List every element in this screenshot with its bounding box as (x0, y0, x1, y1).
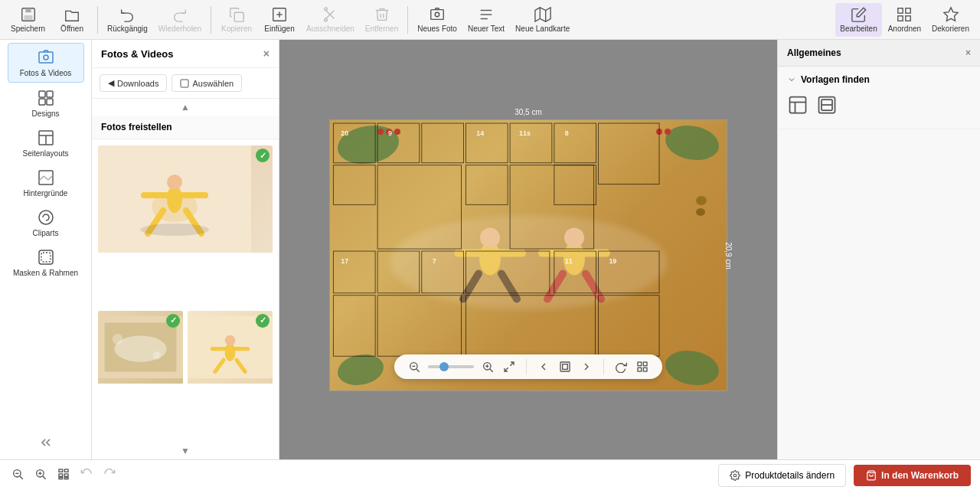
grid-layout-button[interactable] (55, 466, 72, 485)
canvas-toolbar (394, 354, 662, 379)
svg-text:7: 7 (433, 257, 436, 265)
svg-rect-23 (39, 52, 53, 63)
zoom-in-button[interactable] (480, 359, 495, 374)
arrange-button[interactable]: Anordnen (884, 3, 926, 37)
grid-overlay: 20 9 14 11s 8 (330, 120, 727, 390)
page-bottom-bar: Produktdetails ändern In den Warenkorb (0, 459, 980, 490)
save-button[interactable]: Speichern (6, 3, 50, 37)
svg-rect-113 (643, 368, 647, 371)
svg-marker-16 (535, 8, 550, 21)
sidebar-item-designs[interactable]: Designs (8, 84, 84, 122)
svg-text:8: 8 (565, 129, 569, 137)
template-icon-1-button[interactable] (787, 94, 808, 118)
zoom-out-button[interactable] (407, 359, 422, 374)
cut-button[interactable]: Ausschneiden (302, 3, 359, 37)
svg-rect-96 (333, 296, 375, 357)
page-bottom-right: Produktdetails ändern In den Warenkorb (718, 464, 971, 487)
toolbar-separator-1 (97, 6, 98, 34)
svg-point-47 (140, 224, 209, 236)
svg-rect-130 (59, 478, 63, 479)
svg-rect-94 (598, 251, 659, 293)
grid-view-button[interactable] (635, 359, 650, 374)
new-photo-button[interactable]: Neues Foto (413, 3, 462, 37)
svg-rect-112 (643, 362, 647, 366)
svg-text:17: 17 (341, 257, 348, 265)
left-sidebar: Fotos & Videos Designs Seitenlayouts Hin… (0, 40, 92, 459)
cart-icon (866, 470, 877, 481)
canvas-container: 20 9 14 11s 8 (329, 119, 727, 391)
next-page-button[interactable] (579, 359, 594, 374)
canvas-width-label: 30,5 cm (329, 108, 727, 116)
svg-rect-76 (510, 123, 552, 163)
sidebar-item-photos[interactable]: Fotos & Videos (8, 43, 84, 83)
svg-text:14: 14 (476, 129, 484, 137)
svg-line-104 (490, 369, 493, 372)
redo-button[interactable]: Wiederholen (154, 3, 206, 37)
rotate-button[interactable] (613, 359, 629, 374)
redo-page-button[interactable] (101, 466, 118, 485)
zoom-thumb[interactable] (439, 362, 449, 371)
svg-line-107 (510, 362, 514, 366)
undo-button[interactable]: Rückgängig (103, 3, 152, 37)
photo-check-3: ✓ (256, 314, 270, 328)
svg-rect-126 (59, 469, 63, 472)
new-text-button[interactable]: Neuer Text (463, 3, 509, 37)
sidebar-collapse-button[interactable] (38, 435, 54, 453)
list-item[interactable]: ✓ (188, 311, 273, 437)
undo-page-button[interactable] (78, 466, 95, 485)
zoom-in-small-button[interactable] (32, 466, 49, 485)
svg-rect-97 (377, 296, 461, 357)
svg-rect-89 (422, 251, 464, 293)
svg-line-34 (44, 176, 48, 180)
edit-button[interactable]: Bearbeiten (835, 3, 881, 37)
svg-line-121 (20, 476, 23, 479)
list-item[interactable]: ✓ (98, 145, 273, 306)
sidebar-item-masks[interactable]: Masken & Rahmen (8, 243, 84, 282)
svg-rect-115 (790, 97, 806, 113)
svg-rect-38 (41, 253, 51, 262)
open-button[interactable]: Öffnen (51, 3, 93, 37)
template-icon-group (787, 91, 971, 121)
sidebar-item-backgrounds[interactable]: Hintergründe (8, 164, 84, 202)
fullscreen-button[interactable] (557, 359, 573, 374)
sidebar-item-layouts[interactable]: Seitenlayouts (8, 124, 84, 162)
delete-button[interactable]: Entfernen (361, 3, 403, 37)
scroll-up-button[interactable]: ▲ (92, 99, 279, 116)
insert-button[interactable]: Einfügen (259, 3, 300, 37)
canvas-background[interactable]: 20 9 14 11s 8 (329, 119, 727, 391)
svg-rect-84 (510, 165, 593, 249)
scroll-down-button[interactable]: ▼ (92, 443, 279, 459)
copy-button[interactable]: Kopieren (216, 3, 257, 37)
svg-rect-11 (431, 10, 444, 20)
product-details-button[interactable]: Produktdetails ändern (718, 464, 846, 487)
svg-point-51 (113, 333, 123, 344)
sidebar-item-cliparts[interactable]: Cliparts (8, 204, 84, 242)
decorate-button[interactable]: Dekorieren (927, 3, 974, 37)
right-panel: Allgemeines × Vorlagen finden (777, 40, 980, 459)
right-panel-close-button[interactable]: × (965, 47, 971, 58)
zoom-slider[interactable] (428, 365, 474, 368)
photos-panel: Fotos & Videos × ◀ Downloads Auswählen ▲… (92, 40, 279, 459)
add-to-cart-button[interactable]: In den Warenkorb (854, 465, 971, 486)
svg-rect-92 (554, 251, 596, 293)
prev-page-button[interactable] (536, 359, 551, 374)
svg-text:9: 9 (388, 129, 392, 137)
svg-rect-129 (64, 474, 68, 476)
select-button[interactable]: Auswählen (172, 74, 242, 92)
fit-button[interactable] (501, 359, 517, 374)
templates-section: Vorlagen finden (778, 67, 980, 129)
templates-section-title[interactable]: Vorlagen finden (787, 74, 971, 85)
canvas-height-label: 20,9 cm (725, 242, 733, 270)
panel-close-button[interactable]: × (263, 47, 270, 60)
svg-rect-26 (47, 91, 53, 97)
svg-point-8 (325, 8, 328, 11)
panel-section-title: Fotos freistellen (92, 116, 279, 139)
back-to-downloads-button[interactable]: ◀ Downloads (100, 74, 167, 92)
svg-rect-78 (554, 123, 596, 163)
template-icon-2-button[interactable] (816, 94, 838, 118)
svg-rect-22 (898, 16, 903, 21)
svg-rect-111 (638, 362, 642, 366)
new-map-button[interactable]: Neue Landkarte (511, 3, 574, 37)
list-item[interactable]: ✓ (98, 311, 183, 437)
zoom-out-small-button[interactable] (9, 466, 26, 485)
